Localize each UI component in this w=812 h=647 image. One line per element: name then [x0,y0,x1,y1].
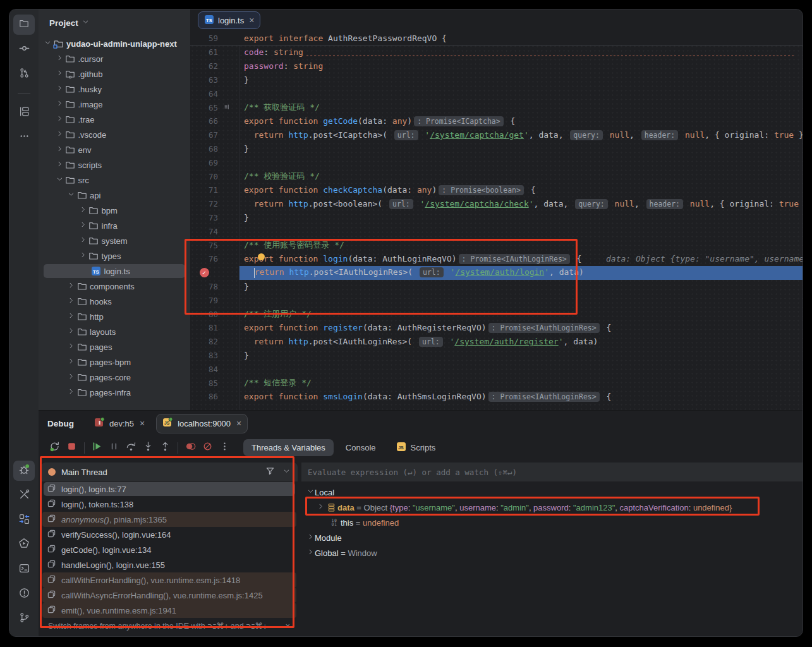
frame-row[interactable]: login(), login.ts:77 [41,481,298,497]
stop-button[interactable] [63,440,80,456]
step-into-button[interactable] [140,440,157,456]
frame-row[interactable]: callWithErrorHandling(), vue.runtime.esm… [41,572,298,588]
activity-debug-button[interactable] [13,461,35,481]
thread-header[interactable]: Main Thread [41,463,298,481]
code-line-59[interactable]: 59export interface AuthResetPasswordReqV… [190,31,803,45]
tree-item-.image[interactable]: .image [39,97,190,112]
code-line-72[interactable]: 72 return http.post<boolean>( url: '/sys… [190,197,803,211]
tab-threads-variables[interactable]: Threads & Variables [243,439,334,456]
more-options-button[interactable] [216,440,233,456]
activity-structure-button[interactable] [13,102,35,123]
run-tab-dev-h5[interactable]: dev:h5× [88,414,151,433]
chevron-down-icon[interactable] [282,467,291,477]
code-line-68[interactable]: 68} [190,142,803,156]
tree-item-layouts[interactable]: layouts [39,324,190,339]
code-line-74[interactable]: 74 [190,224,803,238]
close-icon[interactable]: × [249,16,254,25]
activity-problems-button[interactable] [13,584,35,604]
activity-commit-button[interactable] [13,39,35,59]
tree-item-infra[interactable]: infra [39,218,190,233]
evaluate-expression-input[interactable]: Evaluate expression (↵) or add a watch (… [301,463,803,481]
code-area[interactable]: 59export interface AuthResetPasswordReqV… [190,31,803,410]
frame-row[interactable]: getCode(), login.vue:134 [41,542,298,557]
tree-item-pages-infra[interactable]: pages-infra [39,385,190,400]
run-tab-localhost-9000[interactable]: JSlocalhost:9000× [156,414,248,433]
variables-row-global-group[interactable]: Global = Window [301,545,803,560]
variables-row-module-group[interactable]: Module [301,530,803,545]
code-line-62[interactable]: 62password: string [190,59,803,73]
frame-row[interactable]: callWithAsyncErrorHandling(), vue.runtim… [41,588,298,603]
code-line-63[interactable]: 63} [190,73,803,87]
code-line-84[interactable]: 84 [190,362,803,376]
tab-console[interactable]: Console [337,439,384,456]
activity-terminal-button[interactable] [13,559,35,579]
tree-item-.vscode[interactable]: .vscode [39,127,190,142]
activity-version-control-button[interactable] [13,608,35,629]
tree-item-.cursor[interactable]: .cursor [39,51,190,66]
code-line-77[interactable]: ✓ return http.post<IAuthLoginRes>( url: … [190,266,803,280]
tree-item-yudao-ui-admin-uniapp-next[interactable]: yudao-ui-admin-uniapp-next [39,36,190,51]
code-line-75[interactable]: 75/** 使用账号密码登录 */ [190,238,803,252]
frame-row[interactable]: anonymous(), pinia.mjs:1365 [41,512,298,527]
editor-tab-login-ts[interactable]: TS login.ts × [198,11,260,29]
code-line-61[interactable]: 61code: string [190,45,803,59]
variables-row-data-variable[interactable]: data = Object {type: "username", usernam… [301,500,803,515]
code-line-73[interactable]: 73} [190,211,803,225]
code-line-82[interactable]: 82 return http.post<IAuthLoginRes>( url:… [190,335,803,349]
filter-icon[interactable] [265,466,275,478]
tree-item-.trae[interactable]: .trae [39,112,190,127]
code-line-69[interactable]: 69 [190,155,803,169]
mute-breakpoints-button[interactable] [182,440,199,456]
activity-run-button[interactable] [13,535,35,555]
pause-button[interactable] [106,440,123,456]
tree-item-pages-core[interactable]: pages-core [39,370,190,385]
step-over-button[interactable] [123,440,140,456]
variables-row-local-group[interactable]: Local [301,485,803,500]
resume-button[interactable] [88,440,106,456]
tree-item-pages-bpm[interactable]: pages-bpm [39,354,190,370]
activity-pull-requests-button[interactable] [13,64,35,84]
tree-item-api[interactable]: api [39,188,190,203]
project-panel-header[interactable]: Project [39,9,190,36]
tree-item-login.ts[interactable]: TSlogin.ts [39,263,190,279]
tab-scripts[interactable]: JSScripts [388,439,444,456]
tree-item-env[interactable]: env [39,142,190,157]
close-icon[interactable]: × [285,621,290,631]
activity-build-tools-button[interactable] [13,485,35,505]
code-line-67[interactable]: 67 return http.post<ICaptcha>( url: '/sy… [190,128,803,142]
code-line-65[interactable]: 65/** 获取验证码 */ [190,100,803,114]
breakpoint-icon[interactable]: ✓ [200,268,209,277]
activity-project-button[interactable] [13,15,35,35]
code-line-83[interactable]: 83} [190,349,803,363]
tree-item-components[interactable]: components [39,279,190,294]
rerun-button[interactable] [46,440,63,456]
variables-row-this-variable[interactable]: 10 01this = undefined [301,515,803,530]
tree-item-hooks[interactable]: hooks [39,294,190,309]
tree-item-pages[interactable]: pages [39,339,190,354]
code-line-81[interactable]: 81export function register(data: AuthReg… [190,321,803,335]
code-line-76[interactable]: 76export function login(data: AuthLoginR… [190,252,803,266]
code-line-79[interactable]: 79 [190,293,803,307]
tree-item-http[interactable]: http [39,309,190,324]
code-line-86[interactable]: 86export function smsLogin(data: AuthSms… [190,390,803,404]
step-out-button[interactable] [157,440,174,456]
code-line-66[interactable]: 66export function getCode(data: any): Pr… [190,114,803,128]
activity-more-button[interactable] [13,127,35,147]
code-line-78[interactable]: 78} [190,280,803,294]
frame-row[interactable]: login(), token.ts:138 [41,497,298,512]
frame-row[interactable]: verifySuccess(), login.vue:164 [41,527,298,542]
code-line-80[interactable]: 80/** 注册用户 */ [190,307,803,321]
tree-item-src[interactable]: src [39,172,190,188]
breakpoints-muted-button[interactable] [199,440,216,456]
tree-item-types[interactable]: types [39,248,190,263]
activity-services-button[interactable] [13,510,35,530]
frame-row[interactable]: handleLogin(), login.vue:155 [41,557,298,572]
code-line-64[interactable]: 64 [190,87,803,100]
tree-item-.github[interactable]: .github [39,66,190,82]
frame-row[interactable]: emit(), vue.runtime.esm.js:1941 [41,603,298,618]
code-line-85[interactable]: 85/** 短信登录 */ [190,376,803,390]
code-line-70[interactable]: 70/** 校验验证码 */ [190,169,803,183]
tree-item-system[interactable]: system [39,233,190,248]
code-line-71[interactable]: 71export function checkCaptcha(data: any… [190,183,803,197]
tree-item-scripts[interactable]: scripts [39,157,190,172]
